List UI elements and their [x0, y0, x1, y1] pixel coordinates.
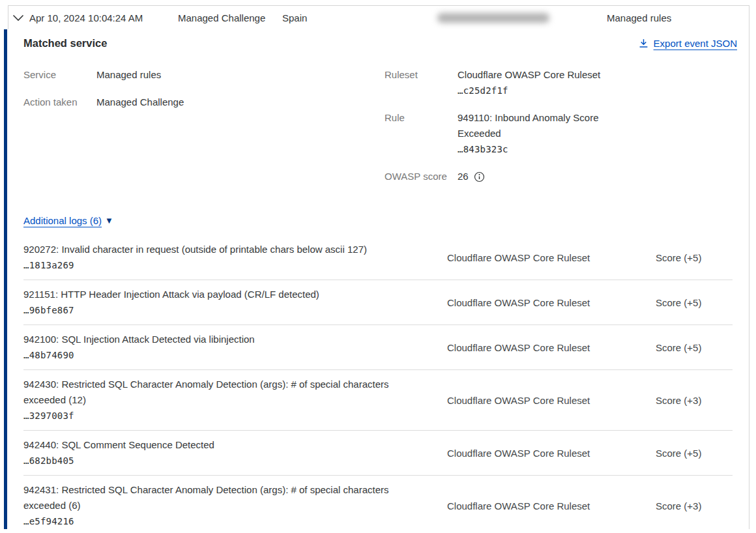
log-score-badge: Score (+5) [656, 252, 733, 263]
panel-title: Matched service [23, 37, 733, 50]
log-row: 921151: HTTP Header Injection Attack via… [23, 280, 733, 325]
field-label: Service [23, 67, 96, 83]
field-owasp-score: OWASP score 26 [385, 169, 733, 184]
event-action: Managed Challenge [178, 12, 265, 23]
log-ruleset-name: Cloudflare OWASP Core Ruleset [447, 297, 656, 308]
field-label: Rule [385, 110, 458, 157]
owasp-score-value: 26 [458, 169, 469, 184]
download-icon [639, 38, 648, 48]
log-score-badge: Score (+3) [656, 500, 733, 511]
export-event-json-link[interactable]: Export event JSON [639, 38, 737, 49]
field-ruleset: Ruleset Cloudflare OWASP Core Ruleset …c… [385, 67, 733, 98]
log-row: 942431: Restricted SQL Character Anomaly… [23, 476, 733, 529]
export-link-label: Export event JSON [654, 38, 737, 49]
log-rule-title: 920272: Invalid character in request (ou… [23, 242, 409, 257]
log-rule-title: 942100: SQL Injection Attack Detected vi… [23, 332, 409, 347]
log-rule-hash: …48b74690 [23, 347, 409, 363]
log-ruleset-name: Cloudflare OWASP Core Ruleset [447, 395, 656, 406]
log-rule-hash: …682bb405 [23, 453, 409, 468]
log-rule-title: 942430: Restricted SQL Character Anomaly… [23, 377, 409, 408]
log-ruleset-name: Cloudflare OWASP Core Ruleset [447, 342, 656, 353]
chevron-down-icon[interactable] [12, 14, 24, 22]
matched-service-fields: Service Managed rules Action taken Manag… [23, 67, 733, 196]
field-value: 949110: Inbound Anomaly Score Exceeded [458, 110, 617, 141]
log-rule-title: 921151: HTTP Header Injection Attack via… [23, 287, 409, 302]
redacted-host-value [437, 13, 549, 23]
log-row: 942440: SQL Comment Sequence Detected …6… [23, 431, 733, 476]
log-ruleset-name: Cloudflare OWASP Core Ruleset [447, 448, 656, 459]
log-rule-hash: …96bfe867 [23, 302, 409, 318]
event-service: Managed rules [607, 12, 671, 23]
event-timestamp: Apr 10, 2024 10:04:24 AM [29, 12, 143, 23]
field-label: Action taken [23, 94, 96, 110]
log-row: 942430: Restricted SQL Character Anomaly… [23, 370, 733, 431]
additional-logs-toggle[interactable]: Additional logs (6) ▼ [23, 215, 113, 226]
field-service: Service Managed rules [23, 67, 385, 83]
log-rule-hash: …1813a269 [23, 257, 409, 273]
field-rule: Rule 949110: Inbound Anomaly Score Excee… [385, 110, 733, 157]
log-rule-hash: …e5f94216 [23, 513, 409, 529]
log-rule-title: 942431: Restricted SQL Character Anomaly… [23, 482, 409, 513]
field-value: Cloudflare OWASP Core Ruleset [458, 67, 600, 83]
caret-down-icon: ▼ [105, 216, 113, 225]
log-row: 942100: SQL Injection Attack Detected vi… [23, 325, 733, 370]
log-score-badge: Score (+3) [656, 395, 733, 406]
log-rule-title: 942440: SQL Comment Sequence Detected [23, 437, 409, 453]
log-score-badge: Score (+5) [656, 448, 733, 459]
log-row: 920272: Invalid character in request (ou… [23, 235, 733, 280]
additional-logs-list: 920272: Invalid character in request (ou… [23, 235, 733, 529]
log-rule-hash: …3297003f [23, 408, 409, 424]
field-label: OWASP score [385, 169, 458, 184]
log-score-badge: Score (+5) [656, 297, 733, 308]
log-ruleset-name: Cloudflare OWASP Core Ruleset [447, 500, 656, 511]
field-action-taken: Action taken Managed Challenge [23, 94, 385, 110]
additional-logs-label: Additional logs (6) [23, 215, 102, 226]
info-icon[interactable] [474, 171, 485, 182]
log-ruleset-name: Cloudflare OWASP Core Ruleset [447, 252, 656, 263]
ruleset-id-hash: …c25d2f1f [458, 83, 600, 98]
event-log-card: Apr 10, 2024 10:04:24 AM Managed Challen… [8, 5, 749, 529]
field-value: Managed rules [96, 67, 161, 83]
rule-id-hash: …843b323c [458, 141, 617, 157]
event-row-header[interactable]: Apr 10, 2024 10:04:24 AM Managed Challen… [8, 6, 749, 29]
field-label: Ruleset [385, 67, 458, 98]
field-value: Managed Challenge [96, 94, 184, 110]
log-score-badge: Score (+5) [656, 342, 733, 353]
event-detail-panel: Matched service Export event JSON Servic… [4, 29, 749, 529]
event-country: Spain [282, 12, 307, 23]
